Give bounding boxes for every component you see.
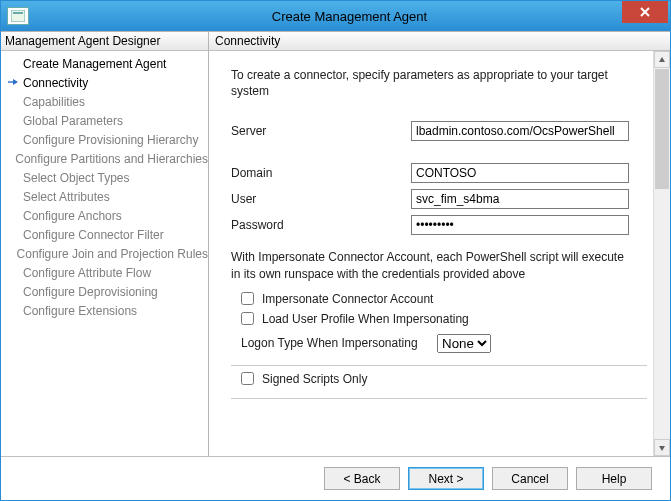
svg-marker-7	[659, 446, 665, 451]
nav-item-label: Connectivity	[23, 76, 88, 90]
domain-label: Domain	[231, 166, 411, 180]
nav-item-label: Configure Connector Filter	[23, 228, 164, 242]
nav-item-label: Configure Deprovisioning	[23, 285, 158, 299]
svg-rect-0	[11, 10, 25, 22]
nav-item-label: Configure Anchors	[23, 209, 122, 223]
svg-marker-5	[13, 79, 18, 85]
divider	[231, 365, 647, 366]
next-button[interactable]: Next >	[408, 467, 484, 490]
user-input[interactable]	[411, 189, 629, 209]
domain-input[interactable]	[411, 163, 629, 183]
nav-item-label: Configure Partitions and Hierarchies	[15, 152, 208, 166]
nav-item-12[interactable]: Configure Deprovisioning	[1, 282, 208, 301]
password-label: Password	[231, 218, 411, 232]
signed-scripts-checkbox-label: Signed Scripts Only	[262, 372, 367, 386]
vertical-scrollbar[interactable]	[653, 51, 670, 456]
server-label: Server	[231, 124, 411, 138]
left-panel: Management Agent Designer Create Managem…	[1, 32, 209, 456]
nav-item-13[interactable]: Configure Extensions	[1, 301, 208, 320]
right-panel-header: Connectivity	[209, 32, 670, 51]
back-button[interactable]: < Back	[324, 467, 400, 490]
right-panel: Connectivity To create a connector, spec…	[209, 32, 670, 456]
signed-scripts-checkbox[interactable]	[241, 372, 254, 385]
nav-item-2[interactable]: Capabilities	[1, 92, 208, 111]
titlebar: Create Management Agent	[1, 1, 670, 31]
nav-item-label: Select Attributes	[23, 190, 110, 204]
nav-item-0[interactable]: Create Management Agent	[1, 54, 208, 73]
window: Create Management Agent Management Agent…	[0, 0, 671, 501]
scroll-up-button[interactable]	[654, 51, 670, 68]
help-button[interactable]: Help	[576, 467, 652, 490]
nav-item-3[interactable]: Global Parameters	[1, 111, 208, 130]
nav-item-label: Select Object Types	[23, 171, 130, 185]
logon-type-select[interactable]: None	[437, 334, 491, 353]
impersonate-description: With Impersonate Connector Account, each…	[231, 249, 647, 281]
nav-item-1[interactable]: Connectivity	[1, 73, 208, 92]
arrow-icon	[7, 76, 23, 90]
impersonate-checkbox[interactable]	[241, 292, 254, 305]
window-title: Create Management Agent	[29, 9, 670, 24]
nav-item-label: Configure Attribute Flow	[23, 266, 151, 280]
footer: < Back Next > Cancel Help	[1, 456, 670, 500]
nav-item-10[interactable]: Configure Join and Projection Rules	[1, 244, 208, 263]
left-panel-header: Management Agent Designer	[1, 32, 208, 51]
nav-item-9[interactable]: Configure Connector Filter	[1, 225, 208, 244]
logon-type-label: Logon Type When Impersonating	[241, 336, 437, 350]
svg-rect-1	[13, 12, 23, 14]
nav-item-11[interactable]: Configure Attribute Flow	[1, 263, 208, 282]
load-profile-checkbox[interactable]	[241, 312, 254, 325]
cancel-button[interactable]: Cancel	[492, 467, 568, 490]
nav-item-label: Configure Provisioning Hierarchy	[23, 133, 198, 147]
intro-text: To create a connector, specify parameter…	[231, 67, 647, 99]
server-input[interactable]	[411, 121, 629, 141]
password-input[interactable]	[411, 215, 629, 235]
nav-item-label: Capabilities	[23, 95, 85, 109]
scroll-thumb[interactable]	[655, 69, 669, 189]
nav-item-label: Configure Join and Projection Rules	[17, 247, 208, 261]
nav-item-6[interactable]: Select Object Types	[1, 168, 208, 187]
nav-item-label: Global Parameters	[23, 114, 123, 128]
app-icon	[7, 7, 29, 25]
nav-item-label: Configure Extensions	[23, 304, 137, 318]
nav-item-5[interactable]: Configure Partitions and Hierarchies	[1, 149, 208, 168]
scroll-down-button[interactable]	[654, 439, 670, 456]
content-area: To create a connector, specify parameter…	[209, 51, 653, 456]
nav-list: Create Management AgentConnectivityCapab…	[1, 51, 208, 456]
nav-item-8[interactable]: Configure Anchors	[1, 206, 208, 225]
divider-2	[231, 398, 647, 399]
close-button[interactable]	[622, 1, 668, 23]
impersonate-checkbox-label: Impersonate Connector Account	[262, 292, 433, 306]
user-label: User	[231, 192, 411, 206]
svg-marker-6	[659, 57, 665, 62]
nav-item-7[interactable]: Select Attributes	[1, 187, 208, 206]
nav-item-4[interactable]: Configure Provisioning Hierarchy	[1, 130, 208, 149]
load-profile-checkbox-label: Load User Profile When Impersonating	[262, 312, 469, 326]
nav-item-label: Create Management Agent	[23, 57, 166, 71]
